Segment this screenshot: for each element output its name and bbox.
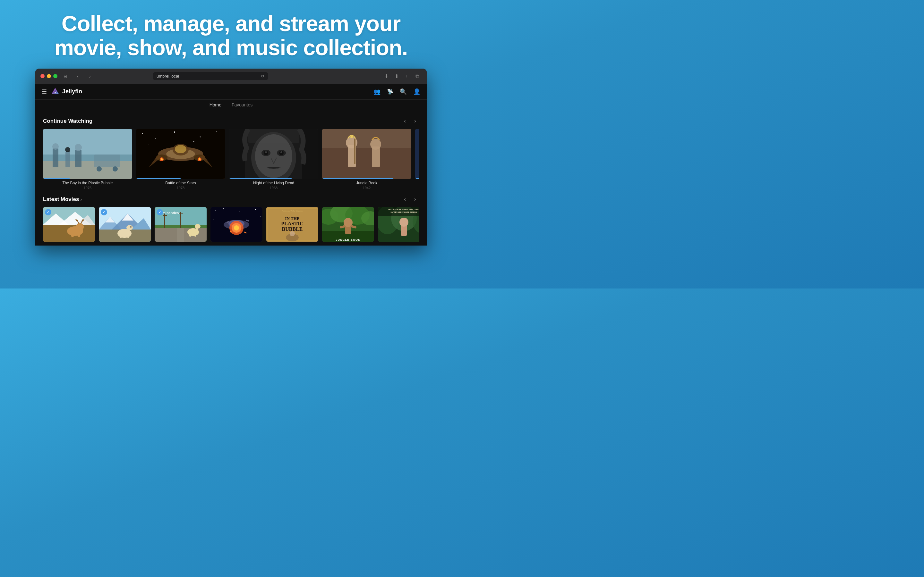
app-header: ☰ Jellyfin 👥	[35, 84, 427, 100]
svg-point-21	[149, 145, 149, 145]
menu-icon[interactable]: ☰	[42, 88, 47, 95]
svg-point-11	[75, 144, 82, 151]
svg-point-13	[97, 166, 102, 171]
latest-scroll-left[interactable]: ‹	[401, 195, 409, 203]
check-badge-caminandes: ✓	[157, 209, 163, 215]
cast-icon[interactable]: 📡	[387, 89, 393, 95]
poster-img-plastic: Hollywood Roller Classics IN THE PLASTIC…	[266, 207, 318, 242]
sidebar-toggle-button[interactable]: ⊟	[61, 72, 69, 81]
progress-bar-stars	[136, 178, 181, 179]
movie-year-jungle: 1942	[322, 186, 411, 190]
browser-actions: ⬇ ⬆ ＋ ⧉	[382, 72, 422, 81]
svg-point-97	[255, 209, 256, 210]
search-icon[interactable]: 🔍	[400, 88, 407, 95]
latest-scroll-right[interactable]: ›	[411, 195, 419, 203]
tab-home[interactable]: Home	[210, 102, 221, 109]
scroll-right-button[interactable]: ›	[411, 117, 419, 125]
nav-tabs: Home Favourites	[35, 100, 427, 112]
svg-point-117	[290, 231, 295, 236]
poster-img-caminandes: Caminandes ✓	[155, 207, 207, 242]
movie-card-dead[interactable]: Night of the Living Dead 1968	[229, 129, 318, 190]
copy-icon[interactable]: ⧉	[413, 72, 422, 81]
svg-text:BUBBLE: BUBBLE	[282, 226, 303, 232]
movie-card-stars[interactable]: Battle of the Stars 1978	[136, 129, 225, 190]
scroll-left-button[interactable]: ‹	[401, 117, 409, 125]
download-icon[interactable]: ⬇	[382, 72, 391, 81]
movie-title-boy: The Boy in the Plastic Bubble	[43, 181, 132, 185]
svg-rect-63	[78, 230, 80, 237]
svg-point-45	[280, 151, 282, 153]
reload-icon[interactable]: ↻	[261, 74, 264, 79]
svg-text:Hollywood Roller Classics: Hollywood Roller Classics	[282, 210, 303, 212]
svg-rect-6	[53, 148, 58, 167]
poster-card-lama[interactable]: ✓	[99, 207, 151, 242]
movie-thumb-jungle	[322, 129, 411, 179]
movie-thumb-boy	[43, 129, 132, 179]
hero-headline: Collect, manage, and stream your movie, …	[26, 11, 436, 60]
svg-text:PLASTIC: PLASTIC	[281, 221, 303, 226]
progress-bar-partial	[415, 178, 419, 179]
svg-point-91	[195, 224, 200, 229]
svg-point-2	[55, 92, 56, 93]
svg-text:JUNGLE BOOK: JUNGLE BOOK	[336, 238, 360, 242]
svg-rect-54	[415, 129, 419, 179]
thumb-svg-jungle	[322, 129, 411, 179]
svg-rect-62	[71, 230, 74, 237]
tab-favourites[interactable]: Favourites	[232, 102, 252, 109]
header-left: ☰ Jellyfin	[42, 87, 82, 96]
poster-img-space	[210, 207, 262, 242]
svg-point-96	[239, 211, 240, 212]
forward-button[interactable]: ›	[86, 72, 94, 81]
movie-card-partial[interactable]	[415, 129, 419, 190]
users-icon[interactable]: 👥	[373, 88, 381, 95]
movie-thumb-stars	[136, 129, 225, 179]
svg-point-7	[52, 143, 59, 150]
minimize-button[interactable]	[47, 74, 51, 78]
url-bar[interactable]: umbrel.local ↻	[153, 72, 268, 80]
jellyfin-logo-icon	[51, 87, 60, 96]
hero-section: Collect, manage, and stream your movie, …	[0, 0, 462, 69]
svg-point-77	[126, 225, 133, 230]
poster-img-deer: ✓	[43, 207, 95, 242]
traffic-lights	[40, 74, 57, 78]
new-tab-icon[interactable]: ＋	[402, 72, 411, 81]
svg-rect-74	[120, 233, 122, 238]
maximize-button[interactable]	[53, 74, 57, 78]
svg-rect-10	[75, 150, 81, 167]
movie-info-stars: Battle of the Stars 1978	[136, 181, 225, 190]
movie-info-dead: Night of the Living Dead 1968	[229, 181, 318, 190]
share-icon[interactable]: ⬆	[392, 72, 401, 81]
poster-card-junglebook[interactable]: JUNGLE BOOK	[322, 207, 374, 242]
svg-point-135	[399, 218, 409, 227]
movie-card-boy-bubble[interactable]: The Boy in the Plastic Bubble 1976	[43, 129, 132, 190]
svg-point-78	[130, 226, 132, 227]
close-button[interactable]	[40, 74, 45, 78]
poster-card-space[interactable]	[210, 207, 262, 242]
movie-card-jungle[interactable]: Jungle Book 1942	[322, 129, 411, 190]
poster-img-last: ONLY THE MONSTER SHE MADE COULD SATISFY …	[378, 207, 419, 242]
svg-rect-88	[189, 231, 191, 237]
svg-rect-84	[179, 213, 183, 214]
profile-icon[interactable]: 👤	[413, 88, 420, 95]
poster-card-caminandes[interactable]: Caminandes ✓	[155, 207, 207, 242]
poster-card-last[interactable]: ONLY THE MONSTER SHE MADE COULD SATISFY …	[378, 207, 419, 242]
svg-point-104	[234, 226, 239, 230]
svg-point-49	[346, 137, 357, 148]
latest-movies-chevron: ›	[80, 197, 82, 202]
url-text: umbrel.local	[157, 74, 179, 79]
svg-point-32	[199, 158, 200, 160]
poster-card-deer[interactable]: ✓	[43, 207, 95, 242]
browser-chrome: ⊟ ‹ › umbrel.local ↻ ⬇ ⬆ ＋ ⧉	[35, 69, 427, 84]
poster-card-plastic[interactable]: Hollywood Roller Classics IN THE PLASTIC…	[266, 207, 318, 242]
svg-point-9	[65, 147, 70, 152]
progress-bar-jungle	[322, 178, 393, 179]
main-content: Continue Watching ‹ ›	[35, 112, 427, 245]
continue-watching-title: Continue Watching	[43, 118, 92, 124]
back-button[interactable]: ‹	[73, 72, 82, 81]
svg-point-94	[215, 210, 216, 211]
svg-point-53	[370, 139, 381, 150]
svg-point-50	[351, 135, 353, 138]
continue-watching-arrows: ‹ ›	[401, 117, 419, 125]
logo[interactable]: Jellyfin	[51, 87, 82, 96]
latest-movies-title: Latest Movies ›	[43, 196, 82, 203]
